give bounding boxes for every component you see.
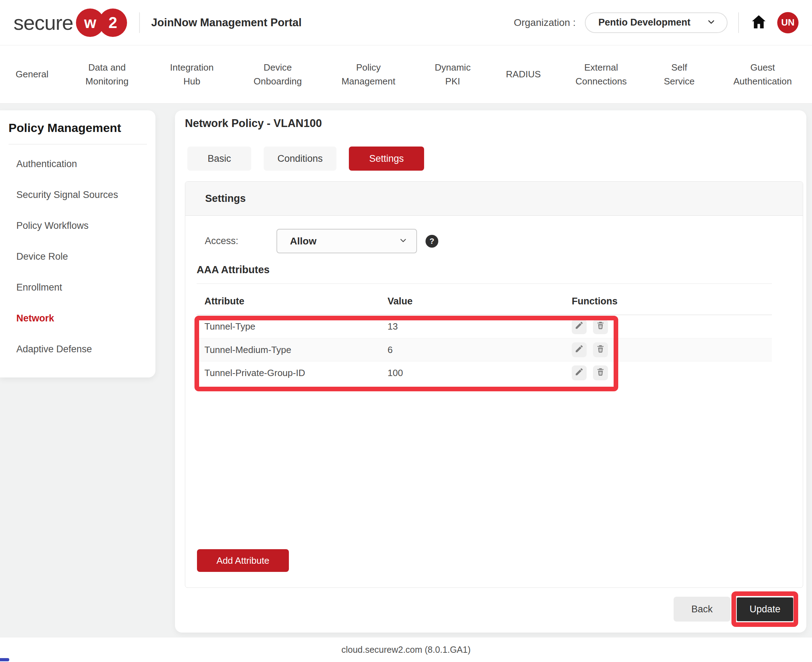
table-row: Tunnel-Medium-Type 6 <box>197 338 772 361</box>
sidebar-item-policy-workflows[interactable]: Policy Workflows <box>0 210 156 241</box>
header-divider-2 <box>738 13 739 33</box>
nav-item-integration-hub[interactable]: Integration Hub <box>166 61 218 88</box>
attribute-value: 13 <box>387 321 568 332</box>
table-row: Tunnel-Type 13 <box>197 315 772 338</box>
row-functions <box>568 342 772 357</box>
nav-item-external-connections[interactable]: External Connections <box>573 61 630 88</box>
nav-item-radius[interactable]: RADIUS <box>506 67 541 81</box>
settings-panel: Settings Access: Allow ? AAA Attributes … <box>185 181 803 588</box>
trash-icon <box>596 367 605 379</box>
edit-button[interactable] <box>572 319 587 334</box>
user-avatar[interactable]: UN <box>777 12 799 33</box>
portal-title: JoinNow Management Portal <box>151 16 302 29</box>
sidebar-item-enrollment[interactable]: Enrollment <box>0 272 156 303</box>
home-button[interactable] <box>749 13 768 32</box>
back-button[interactable]: Back <box>674 597 730 622</box>
sidebar-item-adaptive-defense[interactable]: Adaptive Defense <box>0 334 156 365</box>
sidebar-divider <box>8 144 147 145</box>
organization-label: Organization : <box>514 17 576 28</box>
sidebar-item-network[interactable]: Network <box>0 303 156 334</box>
header-divider <box>139 13 140 33</box>
sidebar-item-security-signal-sources[interactable]: Security Signal Sources <box>0 180 156 210</box>
tabs: Basic Conditions Settings <box>187 146 424 170</box>
pencil-icon <box>574 344 584 356</box>
attribute-value: 100 <box>387 368 568 379</box>
chevron-down-icon <box>706 17 716 28</box>
page-title: Network Policy - VLAN100 <box>185 117 322 130</box>
delete-button[interactable] <box>593 365 608 380</box>
header: secure w 2 JoinNow Management Portal Org… <box>0 0 812 45</box>
sidebar: Policy Management Authentication Securit… <box>0 110 156 378</box>
tab-basic[interactable]: Basic <box>187 146 251 170</box>
aaa-attributes-table: Attribute Value Functions Tunnel-Type 13… <box>197 288 772 384</box>
access-select-value: Allow <box>290 236 317 247</box>
delete-button[interactable] <box>593 319 608 334</box>
row-functions <box>568 365 772 380</box>
sidebar-item-authentication[interactable]: Authentication <box>0 149 156 180</box>
organization-select[interactable]: Pentio Development <box>585 13 728 33</box>
nav-item-general[interactable]: General <box>16 67 48 81</box>
help-icon[interactable]: ? <box>426 235 438 247</box>
header-right: Organization : Pentio Development UN <box>514 12 799 33</box>
nav-item-self-service[interactable]: Self Service <box>661 61 697 88</box>
update-button[interactable]: Update <box>737 598 793 621</box>
add-attribute-button[interactable]: Add Attribute <box>197 549 289 572</box>
column-header-functions: Functions <box>568 296 772 307</box>
column-header-value: Value <box>387 296 568 307</box>
access-row: Access: Allow ? <box>205 229 438 253</box>
tab-settings[interactable]: Settings <box>349 146 424 170</box>
settings-panel-header: Settings <box>185 182 803 216</box>
attribute-name: Tunnel-Type <box>197 321 387 332</box>
edit-button[interactable] <box>572 365 587 380</box>
nav-item-dynamic-pki[interactable]: Dynamic PKI <box>431 61 474 88</box>
delete-button[interactable] <box>593 342 608 357</box>
sidebar-item-device-role[interactable]: Device Role <box>0 241 156 272</box>
pencil-icon <box>574 321 584 333</box>
attribute-name: Tunnel-Private-Group-ID <box>197 368 387 379</box>
logo-badge-2: 2 <box>99 8 127 37</box>
chevron-down-icon <box>399 236 408 247</box>
access-label: Access: <box>205 236 277 247</box>
table-header-row: Attribute Value Functions <box>197 288 772 315</box>
row-functions <box>568 319 772 334</box>
sidebar-title: Policy Management <box>0 121 156 135</box>
trash-icon <box>596 344 605 356</box>
edit-button[interactable] <box>572 342 587 357</box>
column-header-attribute: Attribute <box>197 296 387 307</box>
pencil-icon <box>574 367 584 379</box>
footer-version-text: cloud.securew2.com (8.0.1.GA1) <box>341 644 471 655</box>
securew2-logo[interactable]: secure w 2 <box>13 8 127 37</box>
logo-badges: w 2 <box>76 8 127 37</box>
nav-item-guest-authentication[interactable]: Guest Authentication <box>729 61 796 88</box>
access-select[interactable]: Allow <box>277 229 417 253</box>
table-row: Tunnel-Private-Group-ID 100 <box>197 361 772 384</box>
nav-item-policy-management[interactable]: Policy Management <box>338 61 400 88</box>
home-icon <box>750 13 767 32</box>
top-nav: General Data and Monitoring Integration … <box>0 45 812 104</box>
footer: cloud.securew2.com (8.0.1.GA1) <box>0 638 812 662</box>
organization-value: Pentio Development <box>598 17 691 28</box>
page: secure w 2 JoinNow Management Portal Org… <box>0 0 812 662</box>
attribute-value: 6 <box>387 344 568 355</box>
nav-item-data-and-monitoring[interactable]: Data and Monitoring <box>80 61 134 88</box>
logo-text: secure <box>13 11 73 34</box>
attribute-name: Tunnel-Medium-Type <box>197 344 387 355</box>
tab-conditions[interactable]: Conditions <box>264 146 336 170</box>
bottom-left-artifact <box>0 658 9 661</box>
aaa-attributes-title: AAA Attributes <box>197 264 270 276</box>
trash-icon <box>596 321 605 333</box>
nav-item-device-onboarding[interactable]: Device Onboarding <box>250 61 306 88</box>
aaa-attributes-divider <box>197 283 772 284</box>
